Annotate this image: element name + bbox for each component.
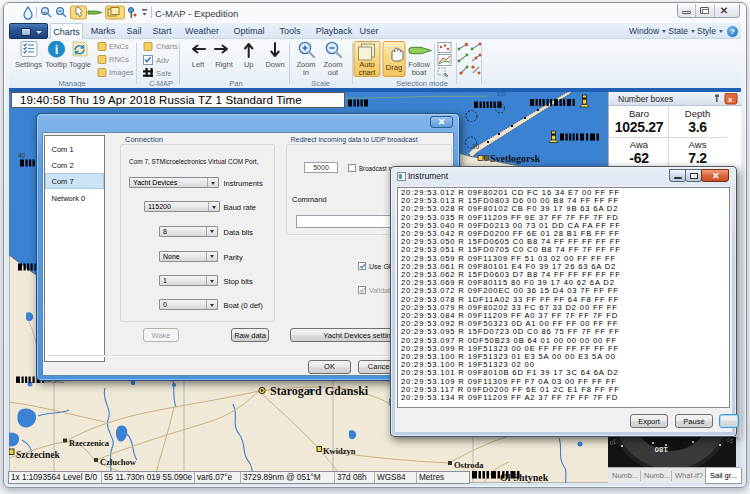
svg-text:180: 180 xyxy=(654,445,668,454)
svg-text:Left: Left xyxy=(192,60,205,69)
svg-text:Safe: Safe xyxy=(156,69,171,78)
svg-text:Down: Down xyxy=(265,60,284,69)
svg-text:x: x xyxy=(728,95,733,104)
svg-text:boat: boat xyxy=(412,68,428,77)
svg-text:Settings: Settings xyxy=(15,60,42,69)
svg-text:Charts: Charts xyxy=(156,42,178,51)
svg-text:Images: Images xyxy=(109,68,134,77)
svg-text:+: + xyxy=(43,9,47,15)
svg-text:Kwidzyn: Kwidzyn xyxy=(323,446,356,456)
svg-text:Tooltip: Tooltip xyxy=(45,60,67,69)
svg-text:Rzeczenica: Rzeczenica xyxy=(69,438,110,448)
svg-text:C-MAP: C-MAP xyxy=(149,79,173,87)
svg-text:Drag: Drag xyxy=(386,63,402,72)
svg-text:RNCs: RNCs xyxy=(109,55,129,64)
svg-text:out: out xyxy=(328,68,339,77)
svg-text:Toggle: Toggle xyxy=(69,60,91,69)
svg-text:Adv: Adv xyxy=(156,56,169,65)
svg-text:Ostroda: Ostroda xyxy=(454,460,484,470)
svg-text:Starogard Gdanski: Starogard Gdanski xyxy=(270,384,369,398)
svg-text:chart: chart xyxy=(359,68,377,77)
svg-text:Scale: Scale xyxy=(311,79,330,87)
svg-text:i: i xyxy=(55,42,59,57)
svg-text:Pan: Pan xyxy=(229,79,242,87)
svg-text:Ol'Shtynek: Ol'Shtynek xyxy=(500,472,549,483)
svg-text:Right: Right xyxy=(215,60,233,69)
svg-text:in: in xyxy=(303,68,309,77)
svg-text:ENCs: ENCs xyxy=(109,42,129,51)
svg-text:Manage: Manage xyxy=(58,79,85,87)
svg-text:20: 20 xyxy=(472,143,480,150)
svg-text:Szczecinek: Szczecinek xyxy=(16,450,61,460)
svg-text:05: 05 xyxy=(726,437,735,445)
svg-text:Up: Up xyxy=(244,60,254,69)
svg-text:595: 595 xyxy=(497,92,506,97)
svg-text:Svetlogorsk: Svetlogorsk xyxy=(490,153,540,164)
svg-text:40: 40 xyxy=(18,152,26,159)
svg-text:Selection mode: Selection mode xyxy=(396,79,448,87)
svg-text:Czluchow: Czluchow xyxy=(100,457,137,467)
